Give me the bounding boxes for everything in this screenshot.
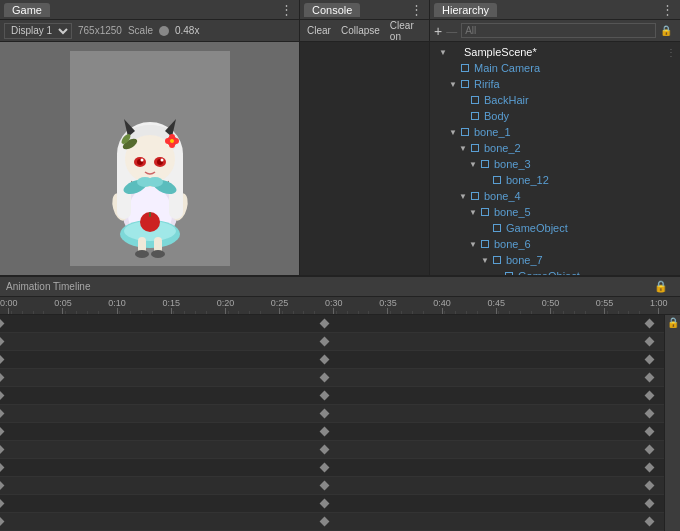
- body-icon: [468, 110, 482, 122]
- keyframe-diamond[interactable]: [320, 355, 330, 365]
- hierarchy-add-btn[interactable]: +: [434, 24, 442, 38]
- hier-item-maincamera[interactable]: Main Camera: [430, 60, 680, 76]
- clear-btn[interactable]: Clear: [304, 24, 334, 37]
- maincam-label: Main Camera: [474, 62, 540, 74]
- keyframe-diamond[interactable]: [0, 337, 4, 347]
- keyframe-diamond[interactable]: [320, 373, 330, 383]
- bone6-label: bone_6: [494, 238, 531, 250]
- keyframe-diamond[interactable]: [645, 355, 655, 365]
- track-row: [0, 333, 664, 351]
- go2-label: GameObject: [518, 270, 580, 275]
- game-toolbar: Display 1 765x1250 Scale 0.48x: [0, 20, 299, 42]
- bone12-label: bone_12: [506, 174, 549, 186]
- go1-label: GameObject: [506, 222, 568, 234]
- bone7-icon: [490, 254, 504, 266]
- keyframe-diamond[interactable]: [645, 337, 655, 347]
- hier-item-bone7[interactable]: ▼ bone_7: [430, 252, 680, 268]
- hier-item-ririfa[interactable]: ▼ Ririfa: [430, 76, 680, 92]
- bone3-label: bone_3: [494, 158, 531, 170]
- keyframe-diamond[interactable]: [320, 409, 330, 419]
- character-sprite: [80, 59, 220, 259]
- svg-point-6: [135, 250, 149, 258]
- track-row: [0, 441, 664, 459]
- keyframe-diamond[interactable]: [320, 517, 330, 527]
- keyframe-diamond[interactable]: [0, 481, 4, 491]
- keyframe-diamond[interactable]: [645, 445, 655, 455]
- hier-item-bone6[interactable]: ▼ bone_6: [430, 236, 680, 252]
- keyframe-diamond[interactable]: [645, 409, 655, 419]
- keyframe-diamond[interactable]: [645, 463, 655, 473]
- hier-item-bone12[interactable]: bone_12: [430, 172, 680, 188]
- bone4-arrow: ▼: [458, 192, 468, 201]
- keyframe-diamond[interactable]: [645, 481, 655, 491]
- maincam-icon: [458, 62, 472, 74]
- hierarchy-tab[interactable]: Hierarchy: [434, 3, 497, 17]
- hier-item-bone1[interactable]: ▼ bone_1: [430, 124, 680, 140]
- scene-dots[interactable]: ⋮: [666, 47, 676, 58]
- keyframe-diamond[interactable]: [645, 499, 655, 509]
- bone1-label: bone_1: [474, 126, 511, 138]
- right-lock-icon: 🔒: [667, 317, 679, 328]
- backhair-icon: [468, 94, 482, 106]
- timeline-body: 🔒: [0, 315, 680, 531]
- samplescene-label: SampleScene*: [464, 46, 537, 58]
- hierarchy-panel-menu[interactable]: ⋮: [659, 2, 676, 17]
- scale-dot: [159, 26, 169, 36]
- hier-item-bone3[interactable]: ▼ bone_3: [430, 156, 680, 172]
- keyframe-diamond[interactable]: [0, 319, 4, 329]
- game-panel-menu[interactable]: ⋮: [278, 2, 295, 17]
- keyframe-diamond[interactable]: [320, 445, 330, 455]
- keyframe-diamond[interactable]: [320, 463, 330, 473]
- keyframe-diamond[interactable]: [320, 499, 330, 509]
- keyframe-diamond[interactable]: [0, 409, 4, 419]
- console-tab-bar: Console ⋮: [300, 0, 429, 20]
- hier-item-body[interactable]: Body: [430, 108, 680, 124]
- hierarchy-toolbar: + ― 🔒: [430, 20, 680, 42]
- scale-value: 0.48x: [175, 25, 199, 36]
- bone5-arrow: ▼: [468, 208, 478, 217]
- hier-item-backhair[interactable]: BackHair: [430, 92, 680, 108]
- track-row: [0, 513, 664, 531]
- hierarchy-search[interactable]: [461, 23, 656, 38]
- track-row: [0, 315, 664, 333]
- hier-item-bone4[interactable]: ▼ bone_4: [430, 188, 680, 204]
- keyframe-diamond[interactable]: [0, 355, 4, 365]
- console-panel-menu[interactable]: ⋮: [408, 2, 425, 17]
- keyframe-diamond[interactable]: [320, 427, 330, 437]
- hier-item-gameobject1[interactable]: GameObject: [430, 220, 680, 236]
- keyframe-diamond[interactable]: [0, 463, 4, 473]
- keyframe-diamond[interactable]: [320, 391, 330, 401]
- bone1-icon: [458, 126, 472, 138]
- keyframe-diamond[interactable]: [0, 517, 4, 527]
- keyframe-diamond[interactable]: [320, 319, 330, 329]
- keyframe-diamond[interactable]: [0, 499, 4, 509]
- timeline-ruler[interactable]: 0:000:050:100:150:200:250:300:350:400:45…: [0, 297, 680, 315]
- backhair-label: BackHair: [484, 94, 529, 106]
- display-select[interactable]: Display 1: [4, 23, 72, 39]
- game-tab[interactable]: Game: [4, 3, 50, 17]
- keyframe-diamond[interactable]: [0, 427, 4, 437]
- keyframe-diamond[interactable]: [645, 517, 655, 527]
- keyframe-diamond[interactable]: [645, 391, 655, 401]
- keyframe-diamond[interactable]: [0, 373, 4, 383]
- clear-on-btn[interactable]: Clear on: [387, 19, 425, 43]
- bone6-icon: [478, 238, 492, 250]
- hier-item-bone2[interactable]: ▼ bone_2: [430, 140, 680, 156]
- keyframe-diamond[interactable]: [645, 427, 655, 437]
- keyframe-diamond[interactable]: [645, 319, 655, 329]
- keyframe-diamond[interactable]: [0, 445, 4, 455]
- keyframe-diamond[interactable]: [320, 481, 330, 491]
- game-tab-bar: Game ⋮: [0, 0, 299, 20]
- go1-icon: [490, 222, 504, 234]
- timeline-header: Animation Timeline 🔒: [0, 277, 680, 297]
- svg-point-21: [160, 158, 163, 161]
- collapse-btn[interactable]: Collapse: [338, 24, 383, 37]
- timeline-right-panel: 🔒: [664, 315, 680, 531]
- hier-item-gameobject2[interactable]: GameObject: [430, 268, 680, 275]
- hier-item-bone5[interactable]: ▼ bone_5: [430, 204, 680, 220]
- console-tab[interactable]: Console: [304, 3, 360, 17]
- keyframe-diamond[interactable]: [645, 373, 655, 383]
- keyframe-diamond[interactable]: [0, 391, 4, 401]
- keyframe-diamond[interactable]: [320, 337, 330, 347]
- hier-item-samplescene[interactable]: ▼ SampleScene* ⋮: [430, 44, 680, 60]
